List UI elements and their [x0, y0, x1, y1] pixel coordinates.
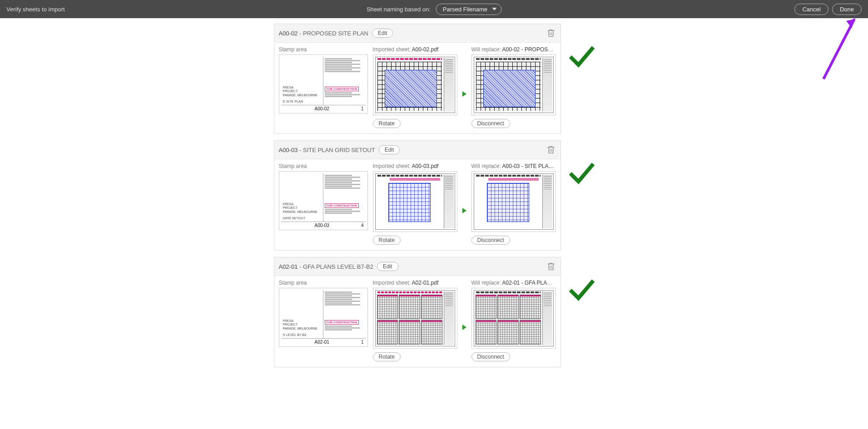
- plan-thumbnail: [375, 290, 455, 346]
- disconnect-button[interactable]: Disconnect: [471, 352, 510, 361]
- naming-value: Parsed Filename: [443, 6, 487, 13]
- delete-button[interactable]: [546, 261, 556, 272]
- stamp-page-number: 1: [361, 340, 364, 345]
- sheet-card: A00-03 - SITE PLAN GRID SETOUT Edit Stam…: [274, 140, 561, 251]
- replace-label: Will replace: A02-01 - GFA PLAN…: [471, 280, 556, 286]
- arrow-right-icon: [462, 325, 466, 330]
- stamp-page-number: 1: [361, 106, 364, 111]
- stamp-plan-label: D SITE PLAN: [283, 100, 321, 103]
- naming-label: Sheet naming based on:: [367, 6, 431, 13]
- imported-thumb[interactable]: [373, 288, 457, 349]
- rotate-button[interactable]: Rotate: [373, 119, 401, 128]
- replace-thumb[interactable]: [471, 288, 556, 349]
- sheet-name: A00-02 - PROPOSED SITE PLAN: [279, 30, 368, 37]
- plan-thumbnail: [375, 57, 455, 113]
- delete-button[interactable]: [546, 144, 556, 155]
- stamp-thumb[interactable]: FRESA PROJECT PARADE, MELBOURNE GRID SET…: [279, 171, 368, 230]
- stamp-thumbnail: FRESA PROJECT PARADE, MELBOURNE S LEVEL …: [281, 290, 366, 345]
- imported-thumb[interactable]: [373, 54, 457, 115]
- stamp-project: FRESA: [283, 86, 321, 89]
- stamp-project: FRESA: [283, 319, 321, 323]
- imported-label: Imported sheet: A00-03.pdf: [373, 163, 457, 169]
- sheet-name: A00-03 - SITE PLAN GRID SETOUT: [279, 147, 375, 153]
- sheet-row: A00-03 - SITE PLAN GRID SETOUT Edit Stam…: [274, 140, 595, 251]
- cancel-button[interactable]: Cancel: [794, 4, 828, 15]
- stamp-sheet-number: A00-02: [315, 106, 329, 111]
- stamp-area-label: Stamp area: [279, 46, 368, 53]
- card-header: A00-02 - PROPOSED SITE PLAN Edit: [274, 24, 560, 43]
- edit-button[interactable]: Edit: [372, 29, 393, 38]
- naming-select[interactable]: Parsed Filename: [436, 4, 501, 15]
- stamp-plan-label: GRID SETOUT: [283, 217, 321, 220]
- stamp-thumb[interactable]: FRESA PROJECT PARADE, MELBOURNE D SITE P…: [279, 54, 368, 113]
- check-icon: [569, 278, 595, 303]
- arrow-right-icon: [462, 91, 466, 97]
- sheet-row: A00-02 - PROPOSED SITE PLAN Edit Stamp a…: [274, 24, 595, 134]
- stamp-page-number: 4: [361, 223, 364, 228]
- sheet-card: A02-01 - GFA PLANS LEVEL B7-B2 Edit Stam…: [274, 257, 561, 367]
- check-icon: [569, 44, 595, 70]
- stamp-project: FRESA: [283, 202, 321, 206]
- for-construction-tag: FOR CONSTRUCTION: [325, 203, 359, 208]
- stamp-sheet-number: A00-03: [315, 223, 329, 228]
- plan-thumbnail: [474, 173, 554, 230]
- imported-label: Imported sheet: A00-02.pdf: [373, 46, 457, 53]
- edit-button[interactable]: Edit: [379, 145, 400, 154]
- top-bar: Verify sheets to import Sheet naming bas…: [0, 0, 868, 18]
- card-header: A02-01 - GFA PLANS LEVEL B7-B2 Edit: [274, 257, 560, 276]
- sheet-card: A00-02 - PROPOSED SITE PLAN Edit Stamp a…: [274, 24, 561, 134]
- sheet-name: A02-01 - GFA PLANS LEVEL B7-B2: [279, 263, 373, 270]
- rotate-button[interactable]: Rotate: [373, 236, 401, 245]
- plan-thumbnail: [375, 173, 455, 230]
- check-icon: [569, 161, 595, 187]
- stamp-thumb[interactable]: FRESA PROJECT PARADE, MELBOURNE S LEVEL …: [279, 288, 368, 347]
- stamp-thumbnail: FRESA PROJECT PARADE, MELBOURNE GRID SET…: [281, 173, 366, 228]
- stamp-area-label: Stamp area: [279, 280, 368, 286]
- for-construction-tag: FOR CONSTRUCTION: [325, 320, 359, 325]
- card-header: A00-03 - SITE PLAN GRID SETOUT Edit: [274, 141, 560, 159]
- edit-button[interactable]: Edit: [377, 262, 398, 271]
- disconnect-button[interactable]: Disconnect: [471, 119, 510, 128]
- plan-thumbnail: [474, 290, 554, 346]
- imported-thumb[interactable]: [373, 171, 457, 232]
- plan-thumbnail: [474, 57, 554, 113]
- arrow-right-icon: [462, 208, 466, 213]
- imported-label: Imported sheet: A02-01.pdf: [373, 280, 457, 286]
- naming-control: Sheet naming based on: Parsed Filename: [367, 4, 501, 15]
- rotate-button[interactable]: Rotate: [373, 352, 401, 361]
- sheet-list: A00-02 - PROPOSED SITE PLAN Edit Stamp a…: [0, 18, 868, 381]
- replace-label: Will replace: A00-03 - SITE PLA…: [471, 163, 556, 169]
- chevron-down-icon: [492, 8, 496, 10]
- replace-label: Will replace: A00-02 - PROPOSE…: [471, 46, 556, 53]
- replace-thumb[interactable]: [471, 54, 556, 115]
- for-construction-tag: FOR CONSTRUCTION: [325, 87, 359, 91]
- replace-thumb[interactable]: [471, 171, 556, 232]
- stamp-thumbnail: FRESA PROJECT PARADE, MELBOURNE D SITE P…: [281, 57, 366, 111]
- sheet-row: A02-01 - GFA PLANS LEVEL B7-B2 Edit Stam…: [274, 257, 595, 367]
- stamp-area-label: Stamp area: [279, 163, 368, 169]
- done-button[interactable]: Done: [832, 4, 862, 15]
- disconnect-button[interactable]: Disconnect: [471, 236, 510, 245]
- stamp-plan-label: S LEVEL B7-B2: [283, 333, 321, 336]
- stamp-sheet-number: A02-01: [315, 340, 329, 345]
- delete-button[interactable]: [546, 28, 556, 39]
- page-title: Verify sheets to import: [6, 6, 65, 13]
